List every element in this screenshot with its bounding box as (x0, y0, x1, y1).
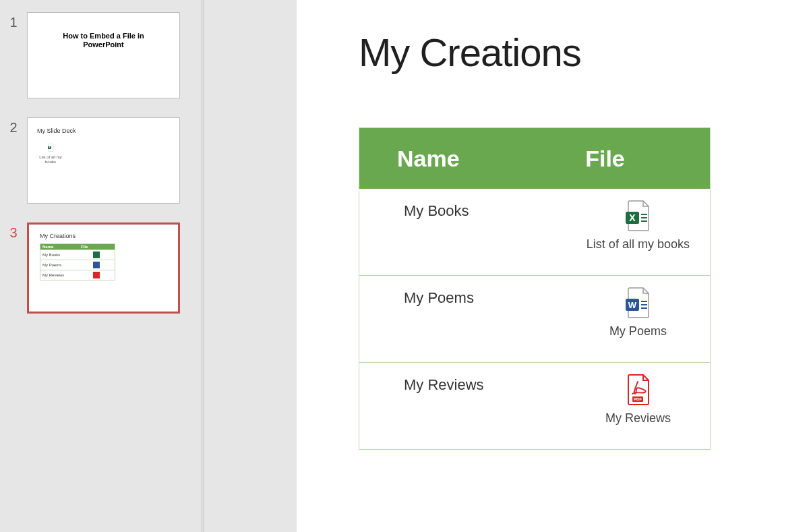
slide-thumbnail-3[interactable]: My Creations Name File My Books My Poems (27, 223, 180, 314)
excel-file-icon (93, 252, 100, 258)
thumbnail-2-embedded-file: X List of all my books (37, 142, 64, 164)
embedded-file-excel[interactable]: X List of all my books (574, 200, 702, 252)
row-name: My Poems (359, 287, 566, 307)
mini-row-icon (79, 251, 115, 260)
mini-th-file: File (79, 244, 115, 249)
thumbnail-number: 3 (0, 223, 27, 241)
word-file-icon (93, 262, 100, 268)
svg-text:W: W (628, 300, 637, 310)
embedded-file-label: List of all my books (587, 237, 690, 252)
row-name: My Reviews (359, 374, 566, 394)
word-file-icon: W (624, 287, 651, 319)
slide-thumbnail-1[interactable]: How to Embed a File in PowerPoint (27, 12, 180, 98)
slide-title[interactable]: My Creations (359, 30, 769, 75)
mini-row-name: My Reviews (40, 272, 79, 278)
thumbnail-number: 2 (0, 117, 27, 136)
mini-row-icon (79, 261, 115, 270)
excel-file-icon: X (47, 144, 55, 152)
current-slide[interactable]: My Creations Name File My Books (297, 0, 809, 532)
pdf-file-icon: PDF (624, 374, 651, 406)
thumbnail-2-title: My Slide Deck (37, 127, 76, 134)
table-header-name: Name (359, 146, 556, 172)
thumbnail-row-1: 1 How to Embed a File in PowerPoint (0, 12, 202, 98)
thumbnail-3-title: My Creations (40, 233, 76, 239)
table-header-row: Name File (359, 128, 710, 189)
svg-rect-4 (93, 262, 100, 268)
thumbnail-1-title: How to Embed a File in PowerPoint (47, 32, 160, 49)
thumbnail-number: 1 (0, 12, 27, 30)
slide-thumbnail-panel: 1 How to Embed a File in PowerPoint 2 My… (0, 0, 202, 532)
table-row: My Poems W My (359, 276, 710, 363)
svg-rect-3 (93, 252, 100, 258)
table-row: My Books X Lis (359, 189, 710, 276)
svg-text:X: X (49, 146, 50, 149)
thumbnail-row-2: 2 My Slide Deck X List of all my books (0, 117, 202, 204)
mini-th-name: Name (40, 244, 79, 249)
thumbnail-2-embed-label: List of all my books (37, 155, 64, 164)
mini-row-name: My Books (40, 252, 79, 258)
mini-row-icon (79, 271, 115, 280)
svg-rect-5 (93, 272, 100, 278)
svg-text:PDF: PDF (634, 397, 642, 401)
excel-file-icon: X (624, 200, 651, 232)
slide-canvas-area: My Creations Name File My Books (202, 0, 809, 532)
thumbnail-3-mini-table: Name File My Books My Poems (40, 243, 115, 280)
svg-text:X: X (630, 212, 636, 223)
creations-table[interactable]: Name File My Books X (359, 127, 711, 450)
embedded-file-label: My Reviews (605, 411, 671, 426)
table-row: My Reviews PDF My Reviews (359, 363, 710, 450)
mini-row-name: My Poems (40, 262, 79, 268)
slide-thumbnail-2[interactable]: My Slide Deck X List of all my books (27, 117, 180, 204)
embedded-file-pdf[interactable]: PDF My Reviews (574, 374, 702, 426)
thumbnail-row-3: 3 My Creations Name File My Books (0, 223, 202, 314)
table-header-file: File (556, 146, 710, 172)
embedded-file-label: My Poems (609, 324, 667, 339)
row-name: My Books (359, 200, 566, 220)
pdf-file-icon (93, 272, 100, 278)
powerpoint-editor: 1 How to Embed a File in PowerPoint 2 My… (0, 0, 809, 532)
embedded-file-word[interactable]: W My Poems (574, 287, 702, 339)
